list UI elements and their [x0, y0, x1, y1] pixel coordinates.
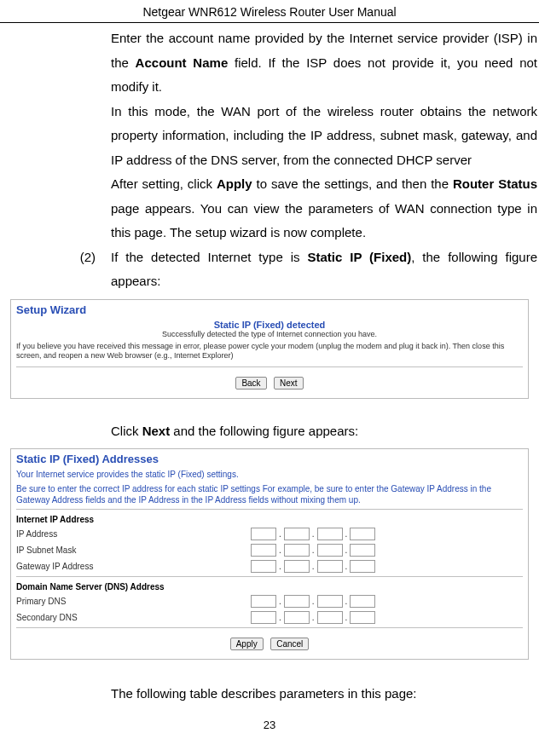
ip-octet-input[interactable] — [350, 528, 375, 540]
wizard-instructions: If you believe you have received this me… — [11, 340, 528, 365]
static-ip-para1: Your Internet service provides the stati… — [11, 467, 528, 482]
setup-wizard-screenshot: Setup Wizard Static IP (Fixed) detected … — [10, 299, 529, 399]
ip-octet-input[interactable] — [251, 544, 276, 557]
ip-octet-input[interactable] — [284, 528, 310, 540]
gateway-input[interactable]: . . . — [251, 560, 375, 573]
dot: . — [311, 529, 316, 539]
divider — [16, 509, 523, 510]
ip-octet-input[interactable] — [284, 560, 310, 573]
section-dns: Domain Name Server (DNS) Address — [11, 579, 528, 593]
ip-octet-input[interactable] — [350, 560, 375, 573]
ip-octet-input[interactable] — [251, 528, 276, 540]
ip-octet-input[interactable] — [284, 544, 310, 557]
dot: . — [345, 597, 349, 606]
divider — [16, 576, 523, 577]
ip-octet-input[interactable] — [284, 595, 310, 608]
form-button-row: Apply Cancel — [11, 630, 528, 659]
primary-dns-input[interactable]: . . . — [251, 595, 375, 608]
row-primary-dns: Primary DNS . . . — [11, 593, 528, 609]
click-next-text: Click Next and the following figure appe… — [111, 419, 537, 444]
dot: . — [278, 529, 282, 539]
paragraph-account-name: Enter the account name provided by the I… — [111, 26, 537, 100]
text: Click — [111, 424, 142, 438]
list-text: If the detected Internet type is Static … — [111, 245, 537, 294]
dot: . — [311, 545, 316, 555]
ip-octet-input[interactable] — [317, 595, 343, 608]
static-ip-form-screenshot: Static IP (Fixed) Addresses Your Interne… — [10, 448, 529, 660]
back-button[interactable]: Back — [235, 377, 266, 390]
ip-octet-input[interactable] — [251, 611, 276, 624]
paragraph-apply: After setting, click Apply to save the s… — [111, 172, 537, 245]
wizard-subtitle: Static IP (Fixed) detected — [11, 320, 528, 330]
row-secondary-dns: Secondary DNS . . . — [11, 609, 528, 626]
label-ip-address: IP Address — [16, 529, 251, 539]
dot: . — [278, 562, 282, 571]
text: If the detected Internet type is — [111, 250, 307, 264]
list-item-2: (2) If the detected Internet type is Sta… — [0, 245, 537, 294]
apply-button[interactable]: Apply — [230, 638, 264, 650]
divider — [16, 366, 523, 367]
dot: . — [345, 545, 349, 555]
dot: . — [345, 562, 349, 571]
paragraph-wan-mode: In this mode, the WAN port of the wirele… — [111, 100, 537, 173]
ip-octet-input[interactable] — [284, 611, 310, 624]
label-secondary-dns: Secondary DNS — [16, 613, 251, 622]
static-ip-para2: Be sure to enter the correct IP address … — [11, 482, 528, 507]
ip-octet-input[interactable] — [317, 544, 343, 557]
label-subnet-mask: IP Subnet Mask — [16, 545, 251, 555]
wizard-title: Setup Wizard — [11, 300, 528, 320]
dot: . — [345, 613, 349, 622]
list-number: (2) — [0, 245, 111, 294]
subnet-mask-input[interactable]: . . . — [251, 544, 375, 557]
row-subnet-mask: IP Subnet Mask . . . — [11, 542, 528, 558]
wizard-detected-text: Successfully detected the type of Intern… — [11, 330, 528, 340]
dot: . — [278, 545, 282, 555]
text: page appears. You can view the parameter… — [111, 201, 537, 240]
bold-account-name: Account Name — [136, 55, 229, 70]
dot: . — [278, 597, 282, 606]
ip-octet-input[interactable] — [251, 560, 276, 573]
ip-octet-input[interactable] — [317, 560, 343, 573]
text: After setting, click — [111, 176, 217, 191]
text: and the following figure appears: — [170, 424, 358, 438]
ip-octet-input[interactable] — [350, 611, 375, 624]
ip-octet-input[interactable] — [350, 595, 375, 608]
ip-address-input[interactable]: . . . — [251, 528, 375, 540]
ip-octet-input[interactable] — [317, 611, 343, 624]
wizard-button-row: Back Next — [11, 369, 528, 398]
page-header: Netgear WNR612 Wireless Router User Manu… — [0, 0, 539, 23]
row-gateway: Gateway IP Address . . . — [11, 558, 528, 574]
ip-octet-input[interactable] — [251, 595, 276, 608]
dot: . — [345, 529, 349, 539]
dot: . — [311, 613, 316, 622]
row-ip-address: IP Address . . . — [11, 526, 528, 542]
dot: . — [278, 613, 282, 622]
dot: . — [311, 562, 316, 571]
dot: . — [311, 597, 316, 606]
divider — [16, 627, 523, 628]
bold-next: Next — [142, 424, 171, 438]
label-primary-dns: Primary DNS — [16, 597, 251, 606]
bold-static-ip: Static IP (Fixed) — [307, 250, 411, 264]
ip-octet-input[interactable] — [317, 528, 343, 540]
bold-apply: Apply — [217, 176, 252, 191]
text: to save the settings, and then the — [252, 176, 453, 191]
ip-octet-input[interactable] — [350, 544, 375, 557]
bold-router-status: Router Status — [453, 176, 537, 191]
section-internet-ip: Internet IP Address — [11, 511, 528, 526]
secondary-dns-input[interactable]: . . . — [251, 611, 375, 624]
next-button[interactable]: Next — [274, 377, 304, 390]
cancel-button[interactable]: Cancel — [270, 638, 309, 650]
static-ip-title: Static IP (Fixed) Addresses — [11, 449, 528, 467]
table-intro-text: The following table describes parameters… — [111, 682, 537, 707]
page-number: 23 — [0, 707, 539, 731]
label-gateway: Gateway IP Address — [16, 562, 251, 571]
